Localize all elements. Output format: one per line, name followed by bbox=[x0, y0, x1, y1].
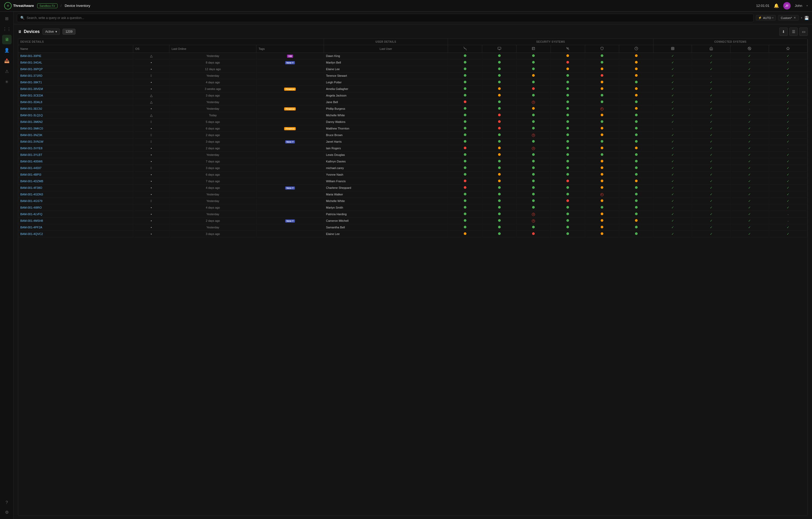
device-name[interactable]: BAM-001-4GDN3 bbox=[18, 191, 133, 198]
sidebar-inbox-icon[interactable]: 📥 bbox=[2, 56, 11, 65]
table-row[interactable]: BAM-001-44597  3 days ago michael.carey… bbox=[18, 165, 808, 172]
table-row[interactable]: BAM-001-4QVC2 ▪ 3 days ago Elaine Lee ✓ … bbox=[18, 231, 808, 237]
table-row[interactable]: BAM-001-371RD  Yesterday Terence Stewar… bbox=[18, 72, 808, 79]
save-filter-icon[interactable]: 💾 bbox=[804, 16, 809, 20]
device-name[interactable]: BAM-001-4F38O bbox=[18, 185, 133, 191]
sandbox-badge[interactable]: Sandbox Fir bbox=[37, 3, 58, 8]
col-name[interactable]: Name bbox=[18, 45, 133, 53]
list-view-button[interactable]: ☰ bbox=[789, 27, 798, 36]
table-row[interactable]: BAM-001-38KT1 ▪ 4 days ago Leigh Potter … bbox=[18, 79, 808, 86]
table-row[interactable]: BAM-001-4GDN3 ▪ Yesterday Maria Walker ✕… bbox=[18, 191, 808, 198]
device-name[interactable]: BAM-001-3YLBT bbox=[18, 152, 133, 158]
col-last-online[interactable]: Last Online bbox=[169, 45, 256, 53]
device-tag bbox=[256, 178, 324, 185]
app-body: ⊞ ⋮⋮ 🖥 👤 📥 ⚠ ✳ ? ⚙ 🔍 ⚡ AUTO ▾ Custom* bbox=[0, 11, 812, 519]
device-name[interactable]: BAM-001-4I8RO bbox=[18, 204, 133, 211]
device-name[interactable]: BAM-001-3VN1W bbox=[18, 139, 133, 145]
sidebar-settings-icon[interactable]: ⚙ bbox=[2, 508, 11, 517]
sidebar-user-icon[interactable]: 👤 bbox=[2, 45, 11, 55]
table-row[interactable]: BAM-001-4MSH8 ▪ 2 days ago New-Y Cameron… bbox=[18, 218, 808, 224]
sidebar-menu-icon[interactable]: ⋮⋮ bbox=[2, 24, 11, 34]
table-row[interactable]: BAM-001-4LVFQ ▪ Yesterday Patricia Hardi… bbox=[18, 211, 808, 218]
table-row[interactable]: BAM-001-4F38O ▪ 4 days ago New-Y Charlen… bbox=[18, 185, 808, 191]
device-name[interactable]: BAM-001-4LVFQ bbox=[18, 211, 133, 218]
nav-right: 12:01:01 🔔 JT John ▾ bbox=[756, 2, 808, 9]
sidebar-grid-icon[interactable]: ⊞ bbox=[2, 14, 11, 23]
sec-status-2 bbox=[482, 53, 517, 59]
table-row[interactable]: BAM-001-34G4L ▪ 8 days ago New-Y Marilyn… bbox=[18, 59, 808, 66]
search-input-wrap[interactable]: 🔍 bbox=[17, 14, 754, 22]
sec-status-2 bbox=[482, 86, 517, 92]
con-status-3: ✓ bbox=[730, 59, 769, 66]
table-row[interactable]: BAM-001-3MKC0 ▪ 6 days ago Finance Matth… bbox=[18, 125, 808, 132]
device-name[interactable]: BAM-001-3DAL8 bbox=[18, 99, 133, 105]
user-name[interactable]: John bbox=[795, 4, 802, 8]
device-name[interactable]: BAM-001-3M6N2 bbox=[18, 119, 133, 125]
device-name[interactable]: BAM-001-30PIE bbox=[18, 53, 133, 59]
user-dropdown-arrow[interactable]: ▾ bbox=[807, 4, 808, 7]
device-name[interactable]: BAM-001-3LQ1Q bbox=[18, 112, 133, 119]
auto-badge[interactable]: ⚡ AUTO ▾ bbox=[756, 15, 776, 21]
table-row[interactable]: BAM-001-4GS79  Yesterday Michelle White… bbox=[18, 198, 808, 204]
col-tags[interactable]: Tags bbox=[256, 45, 324, 53]
sidebar-help-icon[interactable]: ? bbox=[2, 498, 11, 508]
sec-status-3 bbox=[516, 191, 551, 198]
device-name[interactable]: BAM-001-3CEDA bbox=[18, 92, 133, 99]
device-name[interactable]: BAM-001-3EC9J bbox=[18, 105, 133, 112]
table-row[interactable]: BAM-001-3LQ1Q △ Today Michelle White ✓ ✓… bbox=[18, 112, 808, 119]
grid-view-button[interactable]: ▭ bbox=[799, 27, 808, 36]
table-row[interactable]: BAM-001-3NZ3K  2 days ago Bruce Brown ✕… bbox=[18, 132, 808, 139]
table-row[interactable]: BAM-001-3VN1W  3 days ago New-Y Janet H… bbox=[18, 139, 808, 145]
device-name[interactable]: BAM-001-4GS79 bbox=[18, 198, 133, 204]
active-filter-dropdown[interactable]: Active ▾ bbox=[42, 29, 60, 35]
table-row[interactable]: BAM-001-3M6N2  5 days ago Danny Watkins… bbox=[18, 119, 808, 125]
device-name[interactable]: BAM-001-405W6 bbox=[18, 158, 133, 165]
con-status-1: ✓ bbox=[654, 191, 692, 198]
table-row[interactable]: BAM-001-30PIE △ Yesterday VM Dawn King ✓… bbox=[18, 53, 808, 59]
device-name[interactable]: BAM-001-44597 bbox=[18, 165, 133, 172]
custom-close[interactable]: ✕ bbox=[793, 16, 796, 20]
device-name[interactable]: BAM-001-36PQP bbox=[18, 66, 133, 72]
device-name[interactable]: BAM-001-3MKC0 bbox=[18, 125, 133, 132]
col-last-user[interactable]: Last User bbox=[324, 45, 448, 53]
sec-status-2 bbox=[482, 172, 517, 178]
device-name[interactable]: BAM-001-4MSH8 bbox=[18, 218, 133, 224]
table-row[interactable]: BAM-001-3YLBT ▪ Yesterday Lewis Douglas … bbox=[18, 152, 808, 158]
table-row[interactable]: BAM-001-3VYE8 ▪ 2 days ago Iain Rogers ✕… bbox=[18, 145, 808, 152]
table-row[interactable]: BAM-001-4PF2A ▪ Yesterday Samantha Bell … bbox=[18, 224, 808, 231]
device-name[interactable]: BAM-001-3VYE8 bbox=[18, 145, 133, 152]
device-name[interactable]: BAM-001-4PF2A bbox=[18, 224, 133, 231]
device-name[interactable]: BAM-001-3NZ3K bbox=[18, 132, 133, 139]
sec-status-2 bbox=[482, 112, 517, 119]
table-row[interactable]: BAM-001-405W6 ▪ 7 days ago Kathryn Davie… bbox=[18, 158, 808, 165]
device-name[interactable]: BAM-001-4QVC2 bbox=[18, 231, 133, 237]
table-row[interactable]: BAM-001-3EC9J ▪ Yesterday Finance Philli… bbox=[18, 105, 808, 112]
table-row[interactable]: BAM-001-4BPI3 ▪ 6 days ago Yvonne Nash ✓… bbox=[18, 172, 808, 178]
search-input[interactable] bbox=[27, 16, 750, 20]
device-name[interactable]: BAM-001-4BPI3 bbox=[18, 172, 133, 178]
sec-status-5 bbox=[585, 132, 619, 139]
table-row[interactable]: BAM-001-4I8RO ▪ 4 days ago Martyn Smith … bbox=[18, 204, 808, 211]
bell-icon[interactable]: 🔔 bbox=[774, 3, 779, 8]
device-name[interactable]: BAM-001-371RD bbox=[18, 72, 133, 79]
table-row[interactable]: BAM-001-3CEDA △ 3 days ago Angela Jackso… bbox=[18, 92, 808, 99]
table-row[interactable]: BAM-001-38VEM ▪ 3 weeks ago Finance Amel… bbox=[18, 86, 808, 92]
filter-dropdown-arrow[interactable]: ▾ bbox=[801, 17, 802, 19]
table-row[interactable]: BAM-001-3DAL8 △ Yesterday Jane Bell ✕ ✓ … bbox=[18, 99, 808, 105]
device-user: michael.carey bbox=[324, 165, 448, 172]
device-name[interactable]: BAM-001-4DZMB bbox=[18, 178, 133, 185]
device-name[interactable]: BAM-001-38KT1 bbox=[18, 79, 133, 86]
device-user: Jane Bell bbox=[324, 99, 448, 105]
active-dropdown-arrow: ▾ bbox=[55, 30, 57, 33]
sidebar-alert-icon[interactable]: ⚠ bbox=[2, 66, 11, 76]
device-name[interactable]: BAM-001-34G4L bbox=[18, 59, 133, 66]
device-name[interactable]: BAM-001-38VEM bbox=[18, 86, 133, 92]
table-row[interactable]: BAM-001-4DZMB ▪ 7 days ago William Franc… bbox=[18, 178, 808, 185]
export-button[interactable]: ⬇ bbox=[779, 27, 788, 36]
sec-status-2 bbox=[482, 211, 517, 218]
sidebar-integration-icon[interactable]: ✳ bbox=[2, 77, 11, 87]
col-os[interactable]: OS bbox=[133, 45, 169, 53]
table-row[interactable]: BAM-001-36PQP ▪ 12 days ago Elaine Lee ✓… bbox=[18, 66, 808, 72]
sidebar-monitor-icon[interactable]: 🖥 bbox=[2, 35, 11, 44]
sec-status-2 bbox=[482, 185, 517, 191]
